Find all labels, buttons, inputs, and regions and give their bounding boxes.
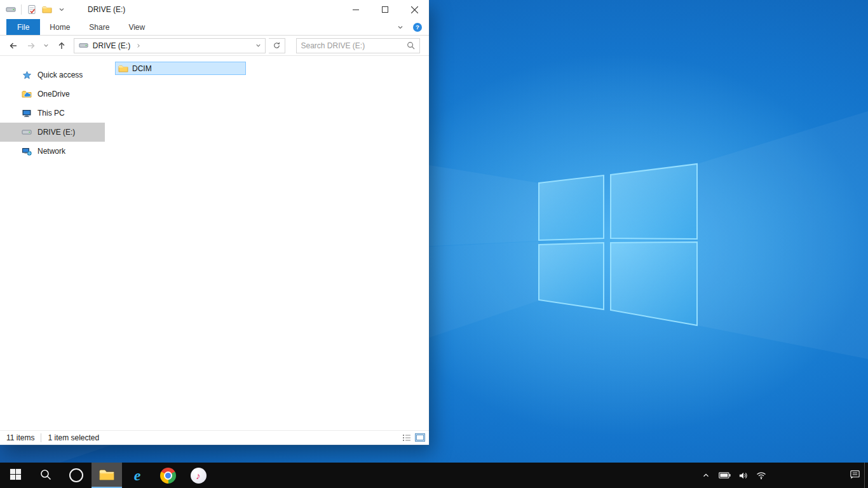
new-folder-icon[interactable] xyxy=(42,4,52,15)
expand-ribbon-chevron-icon[interactable] xyxy=(396,23,405,32)
status-items-count: 11 items xyxy=(6,433,34,442)
maximize-button[interactable] xyxy=(370,0,400,19)
speaker-icon[interactable] xyxy=(736,469,749,482)
cortana-icon xyxy=(69,468,83,482)
sidebar-item-quick-access[interactable]: Quick access xyxy=(0,65,105,85)
file-item-dcim[interactable]: DCIM xyxy=(115,62,246,75)
caption-buttons xyxy=(341,0,429,19)
breadcrumb-chevron-icon[interactable] xyxy=(134,41,143,50)
window-title: DRIVE (E:) xyxy=(88,5,125,14)
search-box xyxy=(296,38,421,53)
itunes-button[interactable]: ♪ xyxy=(183,463,214,488)
internet-explorer-icon: e xyxy=(134,468,141,483)
close-button[interactable] xyxy=(400,0,429,19)
action-center-button[interactable] xyxy=(850,463,860,488)
file-item-label: DCIM xyxy=(132,64,152,73)
search-input[interactable] xyxy=(301,41,407,50)
sidebar-item-label: DRIVE (E:) xyxy=(37,128,75,137)
sidebar-item-drive-e[interactable]: DRIVE (E:) xyxy=(0,123,105,142)
status-bar: 11 items 1 item selected xyxy=(0,430,429,445)
start-button[interactable] xyxy=(0,463,31,488)
cortana-button[interactable] xyxy=(61,463,92,488)
tab-home[interactable]: Home xyxy=(40,19,79,35)
onedrive-icon xyxy=(22,89,32,99)
breadcrumb-segment[interactable]: DRIVE (E:) xyxy=(93,41,130,50)
quick-access-toolbar: DRIVE (E:) xyxy=(0,0,125,19)
refresh-button[interactable] xyxy=(269,38,285,53)
wifi-icon[interactable] xyxy=(755,469,768,482)
separator xyxy=(21,4,22,15)
thumbnails-view-icon[interactable] xyxy=(415,433,425,443)
file-list[interactable]: DCIM xyxy=(105,57,429,430)
this-pc-icon xyxy=(22,108,32,118)
ribbon-tabs: File Home Share View ? xyxy=(0,19,429,36)
customize-chevron-icon[interactable] xyxy=(57,5,66,14)
drive-icon xyxy=(22,127,32,137)
action-center-icon xyxy=(850,469,860,482)
chrome-button[interactable] xyxy=(153,463,183,488)
address-dropdown-chevron-icon[interactable] xyxy=(254,41,263,50)
minimize-button[interactable] xyxy=(341,0,370,19)
battery-icon[interactable] xyxy=(718,469,731,482)
forward-button[interactable] xyxy=(24,38,39,53)
search-icon[interactable] xyxy=(406,41,415,50)
taskbar: e ♪ xyxy=(0,463,868,488)
windows-logo-icon xyxy=(10,468,22,482)
back-button[interactable] xyxy=(6,38,21,53)
status-selection-count: 1 item selected xyxy=(48,433,99,442)
internet-explorer-button[interactable]: e xyxy=(122,463,153,488)
itunes-icon: ♪ xyxy=(191,468,207,484)
recent-locations-chevron-icon[interactable] xyxy=(41,38,51,53)
system-tray xyxy=(700,463,768,488)
tab-share[interactable]: Share xyxy=(79,19,119,35)
taskbar-search-button[interactable] xyxy=(31,463,61,488)
svg-text:?: ? xyxy=(416,24,419,30)
sidebar-item-onedrive[interactable]: OneDrive xyxy=(0,85,105,104)
navigation-pane: Quick access OneDrive This PC DRIVE (E:) xyxy=(0,57,105,430)
tab-view[interactable]: View xyxy=(119,19,154,35)
sidebar-item-network[interactable]: Network xyxy=(0,142,105,161)
address-bar[interactable]: DRIVE (E:) xyxy=(74,38,266,53)
drive-icon xyxy=(79,41,89,51)
sidebar-item-label: OneDrive xyxy=(37,90,70,98)
titlebar[interactable]: DRIVE (E:) xyxy=(0,0,429,19)
separator xyxy=(41,433,41,442)
help-icon[interactable]: ? xyxy=(412,22,423,32)
window-body: Quick access OneDrive This PC DRIVE (E:) xyxy=(0,57,429,430)
drive-icon xyxy=(6,4,16,15)
file-explorer-window: DRIVE (E:) File Home Share View ? xyxy=(0,0,429,445)
network-icon xyxy=(22,146,32,156)
address-bar-row: DRIVE (E:) xyxy=(0,36,429,56)
quick-access-star-icon xyxy=(22,70,32,80)
taskbar-file-explorer-button[interactable] xyxy=(92,463,122,488)
file-explorer-icon xyxy=(98,466,115,485)
sidebar-item-label: This PC xyxy=(37,109,65,118)
folder-icon xyxy=(118,64,128,74)
details-view-icon[interactable] xyxy=(402,433,412,443)
properties-icon[interactable] xyxy=(27,4,37,15)
sidebar-item-label: Quick access xyxy=(37,71,83,79)
search-icon xyxy=(39,468,52,483)
chrome-icon xyxy=(160,468,176,484)
sidebar-item-label: Network xyxy=(37,147,65,156)
up-button[interactable] xyxy=(54,38,69,53)
show-desktop-button[interactable] xyxy=(864,463,868,488)
hidden-icons-chevron-up-icon[interactable] xyxy=(700,469,712,482)
tab-file[interactable]: File xyxy=(6,19,40,35)
sidebar-item-this-pc[interactable]: This PC xyxy=(0,104,105,123)
